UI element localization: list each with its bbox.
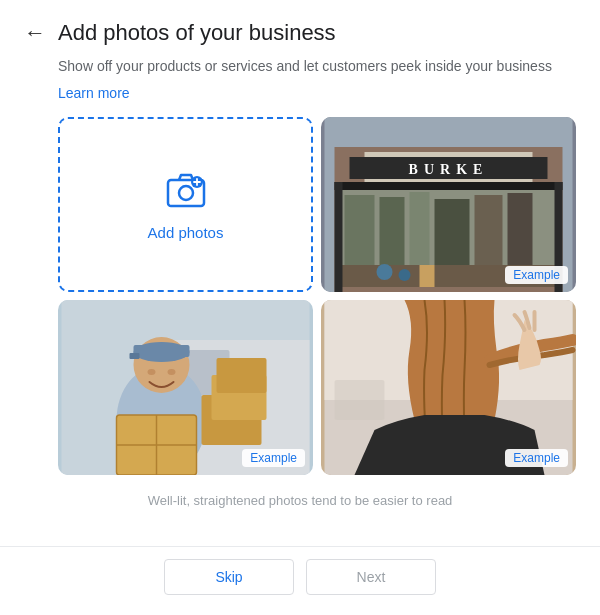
svg-point-20 bbox=[399, 269, 411, 281]
svg-rect-16 bbox=[475, 195, 503, 265]
tip-text: Well-lit, straightened photos tend to be… bbox=[0, 483, 600, 524]
svg-point-33 bbox=[168, 369, 176, 375]
skip-button[interactable]: Skip bbox=[164, 559, 294, 595]
svg-text:BURKE: BURKE bbox=[409, 162, 489, 177]
svg-rect-22 bbox=[335, 182, 343, 292]
bottom-bar: Skip Next bbox=[0, 546, 600, 615]
svg-point-19 bbox=[377, 264, 393, 280]
learn-more-link[interactable]: Learn more bbox=[0, 83, 600, 117]
svg-rect-12 bbox=[345, 195, 375, 265]
svg-rect-40 bbox=[217, 358, 267, 393]
svg-rect-14 bbox=[410, 192, 430, 265]
svg-rect-21 bbox=[420, 265, 435, 287]
svg-point-32 bbox=[148, 369, 156, 375]
svg-rect-43 bbox=[335, 380, 385, 420]
page-container: ← Add photos of your business Show off y… bbox=[0, 0, 600, 615]
svg-rect-13 bbox=[380, 197, 405, 265]
page-title: Add photos of your business bbox=[58, 20, 336, 46]
svg-rect-15 bbox=[435, 199, 470, 265]
svg-rect-10 bbox=[335, 182, 563, 190]
photos-grid: Add photos BURKE bbox=[34, 117, 600, 483]
svg-rect-31 bbox=[130, 353, 140, 359]
svg-rect-17 bbox=[508, 193, 533, 265]
camera-plus-icon bbox=[164, 168, 208, 216]
back-button[interactable]: ← bbox=[24, 22, 46, 44]
example-photo-store: BURKE bbox=[321, 117, 576, 292]
header: ← Add photos of your business bbox=[0, 0, 600, 56]
add-photos-label: Add photos bbox=[148, 224, 224, 241]
add-photos-button[interactable]: Add photos bbox=[58, 117, 313, 292]
svg-rect-30 bbox=[134, 345, 190, 357]
example-photo-hair: Example bbox=[321, 300, 576, 475]
example-photo-delivery: Example bbox=[58, 300, 313, 475]
svg-point-1 bbox=[179, 186, 193, 200]
example-badge-hair: Example bbox=[505, 449, 568, 467]
example-badge-delivery: Example bbox=[242, 449, 305, 467]
subtitle: Show off your products or services and l… bbox=[0, 56, 600, 83]
next-button[interactable]: Next bbox=[306, 559, 436, 595]
example-badge-store: Example bbox=[505, 266, 568, 284]
